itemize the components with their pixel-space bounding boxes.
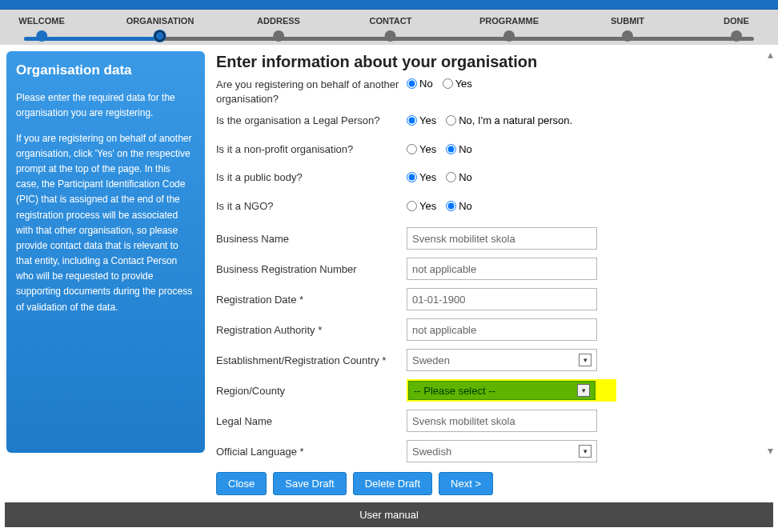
step-dot-icon xyxy=(36,30,47,42)
public-no[interactable]: No xyxy=(446,171,472,183)
step-label: ADDRESS xyxy=(257,16,300,26)
row-behalf: Are you registering on behalf of another… xyxy=(216,78,764,106)
label-legal: Is the organisation a Legal Person? xyxy=(216,114,407,128)
close-button[interactable]: Close xyxy=(216,472,267,495)
footer-user-manual[interactable]: User manual xyxy=(5,502,773,527)
step-submit[interactable]: SUBMIT xyxy=(611,16,644,42)
row-nonprofit: Is it a non-profit organisation? Yes No xyxy=(216,142,764,157)
step-organisation[interactable]: ORGANISATION xyxy=(126,16,194,42)
nonprofit-no[interactable]: No xyxy=(446,143,472,155)
row-regnum: Business Registration Number xyxy=(216,258,764,280)
label-lang: Official Language * xyxy=(216,445,407,459)
row-ngo: Is it a NGO? Yes No xyxy=(216,199,764,214)
label-public: Is it a public body? xyxy=(216,170,407,185)
top-bar xyxy=(0,0,778,10)
select-language[interactable]: Swedish ▾ xyxy=(407,440,597,462)
row-country: Establishment/Registration Country * Swe… xyxy=(216,349,764,371)
wizard-stepper: WELCOMEORGANISATIONADDRESSCONTACTPROGRAM… xyxy=(0,10,778,45)
row-regauth: Registration Authority * xyxy=(216,318,764,341)
label-behalf: Are you registering on behalf of another… xyxy=(216,78,407,106)
label-region: Region/County xyxy=(216,384,407,398)
label-regnum: Business Registration Number xyxy=(216,262,407,277)
page-title: Enter information about your organisatio… xyxy=(216,53,764,71)
scroll-up-icon[interactable]: ▴ xyxy=(764,48,776,61)
save-draft-button[interactable]: Save Draft xyxy=(273,472,346,495)
sidebar-title: Organisation data xyxy=(16,59,195,81)
select-region[interactable]: -- Please select -- ▾ xyxy=(408,381,596,400)
step-dot-icon xyxy=(503,30,515,42)
ngo-no[interactable]: No xyxy=(446,200,472,212)
label-regdate: Registration Date * xyxy=(216,293,407,307)
label-legalname: Legal Name xyxy=(216,414,407,429)
public-yes[interactable]: Yes xyxy=(407,171,436,183)
chevron-down-icon: ▾ xyxy=(577,384,590,397)
label-nonprofit: Is it a non-profit organisation? xyxy=(216,142,407,157)
label-regauth: Registration Authority * xyxy=(216,323,407,338)
label-bizname: Business Name xyxy=(216,232,407,246)
label-ngo: Is it a NGO? xyxy=(216,199,407,214)
chevron-down-icon: ▾ xyxy=(579,354,592,366)
row-bizname: Business Name xyxy=(216,227,764,250)
step-dot-icon xyxy=(154,30,166,42)
input-regnum[interactable] xyxy=(407,258,597,280)
step-label: PROGRAMME xyxy=(479,16,539,26)
step-label: ORGANISATION xyxy=(126,16,194,26)
ngo-yes[interactable]: Yes xyxy=(407,200,436,212)
main-form: Enter information about your organisatio… xyxy=(216,51,772,493)
label-country: Establishment/Registration Country * xyxy=(216,354,407,368)
step-label: DONE xyxy=(724,16,749,26)
step-dot-icon xyxy=(273,30,284,42)
legal-yes[interactable]: Yes xyxy=(407,114,436,126)
behalf-no[interactable]: No xyxy=(407,78,433,90)
behalf-yes[interactable]: Yes xyxy=(443,78,472,90)
step-programme[interactable]: PROGRAMME xyxy=(479,16,539,42)
step-label: CONTACT xyxy=(370,16,412,26)
row-legalname: Legal Name xyxy=(216,410,764,432)
input-regauth[interactable] xyxy=(407,318,597,341)
next-button[interactable]: Next > xyxy=(439,472,493,495)
row-regdate: Registration Date * xyxy=(216,288,764,310)
row-legal: Is the organisation a Legal Person? Yes … xyxy=(216,114,764,128)
sidebar-help: Organisation data Please enter the requi… xyxy=(6,51,205,453)
input-legalname[interactable] xyxy=(407,410,597,432)
row-region: Region/County -- Please select -- ▾ xyxy=(216,379,764,402)
delete-draft-button[interactable]: Delete Draft xyxy=(353,472,432,495)
input-regdate[interactable] xyxy=(407,288,597,310)
select-country[interactable]: Sweden ▾ xyxy=(407,349,597,371)
row-public: Is it a public body? Yes No xyxy=(216,170,764,185)
step-address[interactable]: ADDRESS xyxy=(257,16,300,42)
legal-no[interactable]: No, I'm a natural person. xyxy=(446,114,572,126)
step-dot-icon xyxy=(385,30,396,42)
region-highlight: -- Please select -- ▾ xyxy=(407,379,616,402)
input-bizname[interactable] xyxy=(407,227,597,250)
step-welcome[interactable]: WELCOME xyxy=(18,16,64,42)
step-label: SUBMIT xyxy=(611,16,644,26)
step-dot-icon xyxy=(622,30,633,42)
step-label: WELCOME xyxy=(18,16,64,26)
step-dot-icon xyxy=(731,30,742,42)
button-bar: Close Save Draft Delete Draft Next > xyxy=(216,472,764,495)
step-contact[interactable]: CONTACT xyxy=(370,16,412,42)
row-lang: Official Language * Swedish ▾ xyxy=(216,440,764,462)
sidebar-para-1: Please enter the required data for the o… xyxy=(16,90,195,121)
chevron-down-icon: ▾ xyxy=(579,445,592,458)
sidebar-para-2: If you are registering on behalf of anot… xyxy=(16,131,195,315)
content: Organisation data Please enter the requi… xyxy=(0,45,778,493)
nonprofit-yes[interactable]: Yes xyxy=(407,143,436,155)
step-done[interactable]: DONE xyxy=(724,16,749,42)
scroll-down-icon[interactable]: ▾ xyxy=(764,444,776,457)
